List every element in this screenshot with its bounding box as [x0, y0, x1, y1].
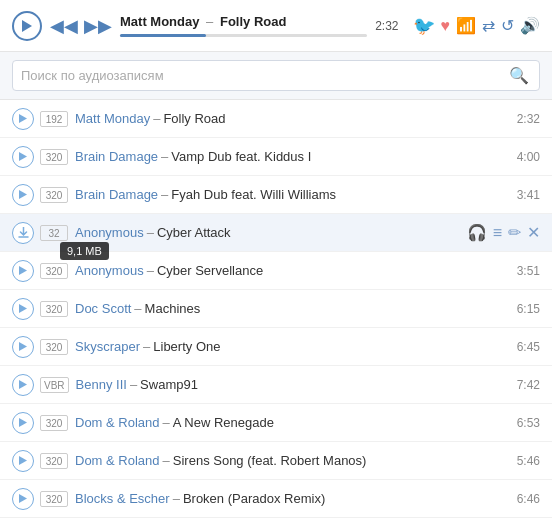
- quality-badge-7: 320: [40, 339, 68, 355]
- playlist-icon[interactable]: ≡: [493, 224, 502, 242]
- now-playing-title: Matt Monday – Folly Road: [120, 14, 367, 31]
- edit-icon[interactable]: ✏: [508, 223, 521, 242]
- track-duration-5: 3:51: [517, 264, 540, 278]
- volume-icon[interactable]: 🔊: [520, 16, 540, 35]
- progress-bar[interactable]: [120, 34, 367, 37]
- track-item-8: VBRBenny III–Swamp917:42: [0, 366, 552, 404]
- track-name-8: Benny III–Swamp91: [76, 377, 511, 392]
- track-name-4: Anonymous–Cyber Attack: [75, 225, 463, 240]
- quality-badge-2: 320: [40, 149, 68, 165]
- play-button-7[interactable]: [12, 336, 34, 358]
- play-button-8[interactable]: [12, 374, 34, 396]
- track-duration-10: 5:46: [517, 454, 540, 468]
- play-button-5[interactable]: [12, 260, 34, 282]
- track-name-7: Skyscraper–Liberty One: [75, 339, 511, 354]
- track-list: 192Matt Monday–Folly Road2:32320Brain Da…: [0, 100, 552, 523]
- track-info: Matt Monday – Folly Road: [120, 14, 367, 38]
- next-button[interactable]: ▶▶: [84, 15, 112, 37]
- quality-badge-3: 320: [40, 187, 68, 203]
- quality-badge-11: 320: [40, 491, 68, 507]
- quality-badge-4: 32: [40, 225, 68, 241]
- track-item-6: 320Doc Scott–Machines6:15: [0, 290, 552, 328]
- track-item-7: 320Skyscraper–Liberty One6:45: [0, 328, 552, 366]
- track-name-9: Dom & Roland–A New Renegade: [75, 415, 511, 430]
- headphones-icon[interactable]: 🎧: [467, 223, 487, 242]
- track-duration-8: 7:42: [517, 378, 540, 392]
- track-artist-7: Skyscraper: [75, 339, 140, 354]
- track-item-11: 320Blocks & Escher–Broken (Paradox Remix…: [0, 480, 552, 518]
- quality-badge-8: VBR: [40, 377, 69, 393]
- track-item-9: 320Dom & Roland–A New Renegade6:53: [0, 404, 552, 442]
- svg-marker-8: [19, 418, 27, 427]
- play-button-9[interactable]: [12, 412, 34, 434]
- prev-next-controls: ◀◀ ▶▶: [50, 15, 112, 37]
- track-artist-3: Brain Damage: [75, 187, 158, 202]
- track-title-6: Machines: [145, 301, 201, 316]
- play-button-11[interactable]: [12, 488, 34, 510]
- track-title-8: Swamp91: [140, 377, 198, 392]
- track-item-4: 32Anonymous–Cyber Attack🎧≡✏✕9,1 MB: [0, 214, 552, 252]
- repeat-icon[interactable]: ↺: [501, 16, 514, 35]
- quality-badge-9: 320: [40, 415, 68, 431]
- track-artist-8: Benny III: [76, 377, 127, 392]
- svg-marker-9: [19, 456, 27, 465]
- search-bar: 🔍: [0, 52, 552, 100]
- svg-marker-5: [19, 304, 27, 313]
- svg-marker-6: [19, 342, 27, 351]
- track-item-10: 320Dom & Roland–Sirens Song (feat. Rober…: [0, 442, 552, 480]
- player-bar: ◀◀ ▶▶ Matt Monday – Folly Road 2:32 🐦 ♥ …: [0, 0, 552, 52]
- search-container: 🔍: [12, 60, 540, 91]
- heart-icon[interactable]: ♥: [441, 17, 451, 35]
- track-name-5: Anonymous–Cyber Servellance: [75, 263, 511, 278]
- track-title-11: Broken (Paradox Remix): [183, 491, 325, 506]
- like-icon[interactable]: 🐦: [413, 15, 435, 37]
- svg-marker-3: [19, 190, 27, 199]
- quality-badge-10: 320: [40, 453, 68, 469]
- track-artist-6: Doc Scott: [75, 301, 131, 316]
- track-artist-11: Blocks & Escher: [75, 491, 170, 506]
- play-button-2[interactable]: [12, 146, 34, 168]
- play-button-10[interactable]: [12, 450, 34, 472]
- track-item-3: 320Brain Damage–Fyah Dub feat. Willi Wil…: [0, 176, 552, 214]
- play-button-6[interactable]: [12, 298, 34, 320]
- track-duration-1: 2:32: [517, 112, 540, 126]
- track-duration-9: 6:53: [517, 416, 540, 430]
- quality-badge-1: 192: [40, 111, 68, 127]
- track-artist-10: Dom & Roland: [75, 453, 160, 468]
- track-title-4: Cyber Attack: [157, 225, 231, 240]
- track-actions-4: 🎧≡✏✕: [467, 223, 540, 242]
- prev-button[interactable]: ◀◀: [50, 15, 78, 37]
- search-icon[interactable]: 🔍: [507, 66, 531, 85]
- svg-marker-10: [19, 494, 27, 503]
- track-duration-3: 3:41: [517, 188, 540, 202]
- download-tooltip-4: 9,1 MB: [60, 242, 109, 260]
- track-duration-11: 6:46: [517, 492, 540, 506]
- track-duration-6: 6:15: [517, 302, 540, 316]
- progress-fill: [120, 34, 206, 37]
- track-artist-9: Dom & Roland: [75, 415, 160, 430]
- play-pause-button[interactable]: [12, 11, 42, 41]
- track-duration-2: 4:00: [517, 150, 540, 164]
- player-controls: 🐦 ♥ 📶 ⇄ ↺ 🔊: [413, 15, 541, 37]
- close-icon[interactable]: ✕: [527, 223, 540, 242]
- track-artist-1: Matt Monday: [75, 111, 150, 126]
- player-duration: 2:32: [375, 19, 398, 33]
- track-duration-7: 6:45: [517, 340, 540, 354]
- svg-marker-4: [19, 266, 27, 275]
- quality-badge-5: 320: [40, 263, 68, 279]
- track-title-7: Liberty One: [153, 339, 220, 354]
- play-button-3[interactable]: [12, 184, 34, 206]
- track-title-1: Folly Road: [163, 111, 225, 126]
- track-title-3: Fyah Dub feat. Willi Williams: [171, 187, 336, 202]
- track-name-6: Doc Scott–Machines: [75, 301, 511, 316]
- svg-marker-0: [22, 20, 32, 32]
- search-input[interactable]: [21, 68, 507, 83]
- track-artist-2: Brain Damage: [75, 149, 158, 164]
- track-item-1: 192Matt Monday–Folly Road2:32: [0, 100, 552, 138]
- svg-marker-1: [19, 114, 27, 123]
- download-button-4[interactable]: [12, 222, 34, 244]
- track-title-9: A New Renegade: [173, 415, 274, 430]
- chart-icon[interactable]: 📶: [456, 16, 476, 35]
- play-button-1[interactable]: [12, 108, 34, 130]
- shuffle-icon[interactable]: ⇄: [482, 16, 495, 35]
